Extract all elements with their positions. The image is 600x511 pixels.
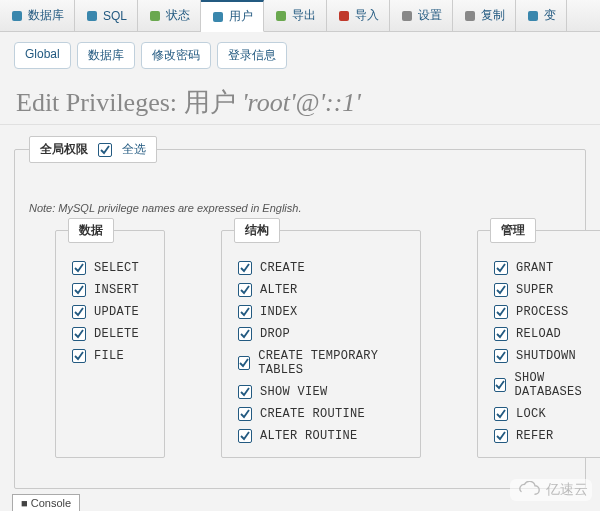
structure-group-title: 结构 — [234, 218, 280, 243]
check-all-checkbox[interactable] — [98, 143, 112, 157]
privilege-name: SHOW VIEW — [260, 385, 328, 399]
top-tab-8[interactable]: 变 — [516, 0, 567, 31]
privilege-checkbox[interactable] — [238, 356, 250, 370]
top-tab-6[interactable]: 设置 — [390, 0, 453, 31]
privilege-row: LOCK — [494, 403, 600, 425]
top-tab-label: SQL — [103, 9, 127, 23]
settings-icon — [400, 9, 414, 23]
privilege-row: DELETE — [72, 323, 148, 345]
privilege-name: CREATE — [260, 261, 305, 275]
check-all-label[interactable]: 全选 — [122, 141, 146, 158]
data-group-title: 数据 — [68, 218, 114, 243]
top-tab-0[interactable]: 数据库 — [0, 0, 75, 31]
privilege-checkbox[interactable] — [494, 327, 508, 341]
privilege-name: GRANT — [516, 261, 554, 275]
privilege-name: ALTER ROUTINE — [260, 429, 358, 443]
top-tab-5[interactable]: 导入 — [327, 0, 390, 31]
top-tab-7[interactable]: 复制 — [453, 0, 516, 31]
privilege-checkbox[interactable] — [72, 261, 86, 275]
privilege-checkbox[interactable] — [72, 305, 86, 319]
heading-quoted-user: 'root'@'::1' — [242, 88, 361, 117]
top-tab-label: 导入 — [355, 7, 379, 24]
global-privileges-title: 全局权限 — [40, 141, 88, 158]
privilege-checkbox[interactable] — [238, 385, 252, 399]
console-label: Console — [31, 497, 71, 509]
privilege-checkbox[interactable] — [494, 407, 508, 421]
privilege-checkbox[interactable] — [494, 261, 508, 275]
watermark: 亿速云 — [510, 479, 592, 501]
subtab-1[interactable]: 数据库 — [77, 42, 135, 69]
privilege-row: SHOW DATABASES — [494, 367, 600, 403]
privilege-name: CREATE ROUTINE — [260, 407, 365, 421]
top-tab-2[interactable]: 状态 — [138, 0, 201, 31]
subtab-2[interactable]: 修改密码 — [141, 42, 211, 69]
privilege-checkbox[interactable] — [494, 283, 508, 297]
top-tab-3[interactable]: 用户 — [201, 0, 264, 32]
privilege-row: CREATE ROUTINE — [238, 403, 404, 425]
watermark-text: 亿速云 — [546, 481, 588, 499]
privilege-row: SELECT — [72, 257, 148, 279]
admin-privileges-group: 管理 GRANTSUPERPROCESSRELOADSHUTDOWNSHOW D… — [477, 230, 600, 458]
replication-icon — [463, 9, 477, 23]
privilege-row: DROP — [238, 323, 404, 345]
privilege-checkbox[interactable] — [238, 305, 252, 319]
global-privileges-fieldset: 全局权限 全选 Note: MySQL privilege names are … — [14, 149, 586, 489]
privilege-checkbox[interactable] — [72, 327, 86, 341]
privilege-checkbox[interactable] — [238, 327, 252, 341]
privilege-checkbox[interactable] — [238, 407, 252, 421]
heading-prefix: Edit Privileges: — [16, 88, 184, 117]
privilege-row: REFER — [494, 425, 600, 447]
privilege-checkbox[interactable] — [238, 429, 252, 443]
privilege-name: RELOAD — [516, 327, 561, 341]
top-tab-4[interactable]: 导出 — [264, 0, 327, 31]
privilege-columns: 数据 SELECTINSERTUPDATEDELETEFILE 结构 CREAT… — [15, 230, 585, 488]
privilege-name: INDEX — [260, 305, 298, 319]
privilege-row: PROCESS — [494, 301, 600, 323]
svg-rect-2 — [150, 11, 160, 21]
privilege-checkbox[interactable] — [494, 378, 506, 392]
status-icon — [148, 9, 162, 23]
top-tab-label: 复制 — [481, 7, 505, 24]
top-tab-label: 用户 — [229, 8, 253, 25]
privilege-checkbox[interactable] — [72, 349, 86, 363]
svg-rect-3 — [213, 12, 223, 22]
privilege-row: RELOAD — [494, 323, 600, 345]
subtab-3[interactable]: 登录信息 — [217, 42, 287, 69]
top-tab-label: 数据库 — [28, 7, 64, 24]
subtab-0[interactable]: Global — [14, 42, 71, 69]
privilege-checkbox[interactable] — [494, 429, 508, 443]
top-navigation: 数据库SQL状态用户导出导入设置复制变 — [0, 0, 600, 32]
top-tab-1[interactable]: SQL — [75, 0, 138, 31]
svg-rect-6 — [402, 11, 412, 21]
top-tab-label: 设置 — [418, 7, 442, 24]
export-icon — [274, 9, 288, 23]
top-tab-label: 导出 — [292, 7, 316, 24]
privilege-name: FILE — [94, 349, 124, 363]
privilege-checkbox[interactable] — [72, 283, 86, 297]
global-privileges-legend: 全局权限 全选 — [29, 136, 157, 163]
heading-user-label: 用户 — [184, 88, 236, 117]
variables-icon — [526, 9, 540, 23]
privilege-name: SELECT — [94, 261, 139, 275]
privilege-row: SHUTDOWN — [494, 345, 600, 367]
privilege-name: DELETE — [94, 327, 139, 341]
import-icon — [337, 9, 351, 23]
privilege-checkbox[interactable] — [238, 283, 252, 297]
page-title: Edit Privileges: 用户 'root'@'::1' — [0, 79, 600, 125]
top-tab-label: 状态 — [166, 7, 190, 24]
privilege-checkbox[interactable] — [238, 261, 252, 275]
cloud-icon — [514, 481, 542, 499]
privilege-row: UPDATE — [72, 301, 148, 323]
console-toggle[interactable]: ■ Console — [12, 494, 80, 511]
privilege-checkbox[interactable] — [494, 349, 508, 363]
privilege-name: INSERT — [94, 283, 139, 297]
privilege-row: ALTER — [238, 279, 404, 301]
database-icon — [10, 9, 24, 23]
privilege-checkbox[interactable] — [494, 305, 508, 319]
svg-rect-1 — [87, 11, 97, 21]
users-icon — [211, 10, 225, 24]
privilege-name: SHOW DATABASES — [514, 371, 600, 399]
svg-rect-0 — [12, 11, 22, 21]
privilege-row: FILE — [72, 345, 148, 367]
privilege-name: LOCK — [516, 407, 546, 421]
